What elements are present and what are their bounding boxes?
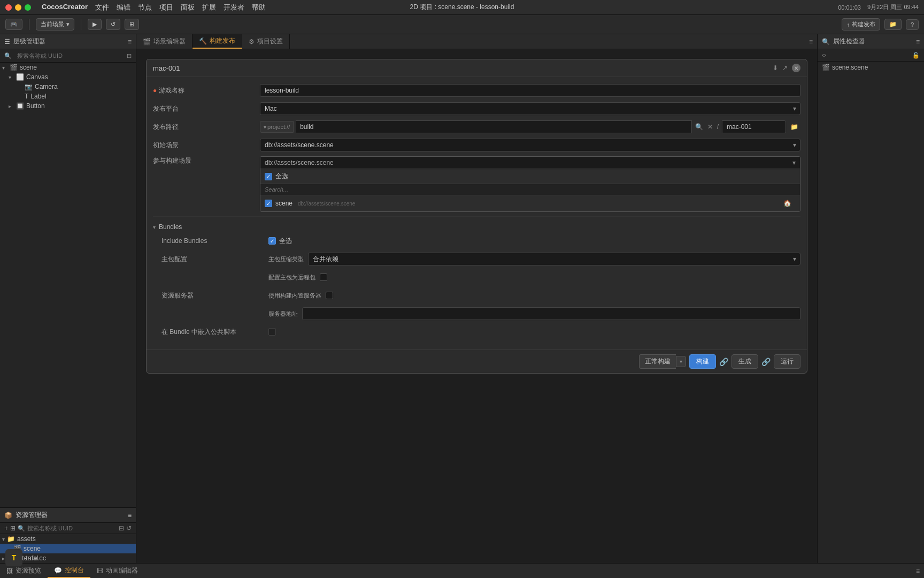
- publish-btn[interactable]: ↑ 构建发布: [842, 18, 880, 31]
- add-asset-icon[interactable]: +: [4, 524, 8, 532]
- menu-item-project[interactable]: 项目: [159, 3, 173, 12]
- properties-menu[interactable]: ≡: [916, 38, 920, 45]
- maximize-btn[interactable]: [25, 4, 31, 11]
- scene-item-name: scene: [275, 200, 292, 207]
- props-scene-item[interactable]: 🎬 scene.scene: [818, 62, 924, 73]
- close-btn[interactable]: [5, 4, 12, 11]
- assets-refresh-icon[interactable]: ↺: [126, 524, 132, 532]
- run-btn[interactable]: 运行: [774, 354, 800, 369]
- reload-btn[interactable]: ↺: [106, 19, 120, 30]
- bottom-panel: 🖼 资源预览 💬 控制台 🎞 动画编辑器 ≡ 清空 🔍 正则 Log Info: [0, 563, 924, 578]
- help-btn[interactable]: ?: [906, 19, 919, 30]
- build-link-icon[interactable]: 🔗: [719, 358, 728, 366]
- scene-dropdown-header[interactable]: db://assets/scene.scene ▾: [260, 157, 800, 169]
- minimize-btn[interactable]: [15, 4, 21, 11]
- menu-item-help[interactable]: 帮助: [252, 3, 266, 12]
- label-icon: T: [25, 93, 28, 100]
- platform-select[interactable]: Mac: [260, 102, 800, 115]
- menu-item-developer[interactable]: 开发者: [224, 3, 244, 12]
- menu-item-extend[interactable]: 扩展: [202, 3, 216, 12]
- canvas-icon: ⬜: [16, 73, 24, 81]
- build-scenes-control: db://assets/scene.scene ▾ ✓ 全选: [260, 156, 800, 212]
- tab-build[interactable]: 🔨 构建发布: [192, 34, 242, 49]
- bundles-section-label: Bundles: [159, 223, 182, 231]
- server-address-input[interactable]: [302, 307, 800, 320]
- scene-select-btn[interactable]: 当前场景 ▾: [36, 18, 74, 31]
- tree-item-label[interactable]: ▸ T Label: [0, 92, 136, 101]
- path-clear-icon[interactable]: ✕: [706, 121, 714, 133]
- hierarchy-menu-icon[interactable]: ≡: [128, 38, 132, 45]
- bottom-tab-console[interactable]: 💬 控制台: [48, 564, 90, 578]
- import-icon[interactable]: ⬇: [773, 64, 778, 72]
- play-btn[interactable]: ▶: [88, 19, 102, 30]
- props-forward-icon[interactable]: ›: [824, 51, 826, 59]
- game-name-input[interactable]: [260, 84, 800, 97]
- pause-btn[interactable]: ⊞: [125, 19, 139, 30]
- build-mode-arrow[interactable]: ▾: [676, 356, 686, 367]
- assets-panel-menu[interactable]: ≡: [128, 512, 132, 519]
- export-icon[interactable]: ↗: [782, 64, 788, 72]
- form-row-include-bundles: Include Bundles ✓ 全选: [161, 234, 800, 248]
- folder-btn[interactable]: 📁: [884, 19, 902, 30]
- bottom-tab-animation[interactable]: 🎞 动画编辑器: [90, 564, 144, 578]
- settings-tab-icon: ⚙: [249, 38, 255, 45]
- expand-arrow-canvas: ▾: [9, 74, 16, 80]
- scene-item-home-icon[interactable]: 🏠: [779, 197, 796, 209]
- hierarchy-title: 层级管理器: [13, 37, 125, 46]
- build-dialog: mac-001 ⬇ ↗ ✕ ● 游戏名称: [146, 59, 807, 374]
- tree-item-camera[interactable]: ▸ 📷 Camera: [0, 82, 136, 92]
- scene-dropdown: db://assets/scene.scene ▾ ✓ 全选: [260, 156, 800, 212]
- menu-item-file[interactable]: 文件: [95, 3, 109, 12]
- bundles-section-header[interactable]: ▾ Bundles: [153, 220, 800, 234]
- path-folder-btn[interactable]: 📁: [788, 122, 800, 132]
- select-all-checkbox[interactable]: ✓: [265, 173, 272, 180]
- hierarchy-search-input[interactable]: [14, 51, 125, 60]
- titlebar: CocosCreator 文件 编辑 节点 项目 面板 扩展 开发者 帮助 2D…: [0, 0, 924, 15]
- bottom-panel-menu[interactable]: ≡: [912, 567, 924, 575]
- server-address-control: 服务器地址: [268, 307, 800, 320]
- build-btn[interactable]: 构建: [689, 354, 716, 369]
- generate-link-icon[interactable]: 🔗: [761, 358, 771, 366]
- menu-item-node[interactable]: 节点: [138, 3, 152, 12]
- cocos-icon-btn[interactable]: 🎮: [5, 19, 22, 30]
- res-item-assets[interactable]: ▾ 📁 assets: [0, 534, 136, 544]
- embed-script-checkbox[interactable]: [268, 328, 276, 336]
- resource-server-control: 使用构建内置服务器: [268, 292, 800, 300]
- assets-search-input[interactable]: [27, 525, 117, 531]
- remote-pkg-checkbox[interactable]: [320, 273, 327, 281]
- properties-title: 属性检查器: [833, 37, 913, 46]
- publish-label: 构建发布: [852, 20, 875, 28]
- path-folder-input[interactable]: [296, 120, 691, 133]
- assets-list-icon[interactable]: ⊟: [119, 524, 124, 532]
- scene-select-all-row[interactable]: ✓ 全选: [260, 169, 800, 184]
- scene-item-checkbox[interactable]: ✓: [265, 200, 272, 207]
- use-builtin-checkbox[interactable]: [326, 292, 333, 299]
- form-row-build-scenes: 参与构建场景 db://assets/scene.scene ▾: [153, 156, 800, 212]
- include-bundles-checkbox-row[interactable]: ✓ 全选: [268, 235, 800, 247]
- menu-item-edit[interactable]: 编辑: [117, 3, 130, 12]
- app-name[interactable]: CocosCreator: [42, 3, 88, 12]
- tree-item-button[interactable]: ▸ 🔲 Button: [0, 101, 136, 111]
- center-panel-menu[interactable]: ≡: [805, 38, 817, 45]
- tab-scene-editor[interactable]: 🎬 场景编辑器: [136, 34, 192, 49]
- build-mode-label[interactable]: 正常构建: [639, 354, 676, 369]
- scene-item-row[interactable]: ✓ scene db://assets/scene.scene 🏠: [260, 195, 800, 211]
- menu-item-panel[interactable]: 面板: [181, 3, 195, 12]
- dialog-footer: 正常构建 ▾ 构建 🔗 生成 🔗 运行: [147, 349, 807, 373]
- compress-select[interactable]: 合并依赖: [308, 253, 800, 265]
- generate-btn[interactable]: 生成: [732, 354, 758, 369]
- props-unlock-icon[interactable]: 🔓: [912, 52, 920, 59]
- tab-project-settings[interactable]: ⚙ 项目设置: [242, 34, 290, 49]
- path-suffix-input[interactable]: [722, 120, 786, 133]
- initial-scene-select[interactable]: db://assets/scene.scene: [260, 139, 800, 151]
- include-bundles-checkbox[interactable]: ✓: [268, 237, 276, 245]
- assets-layout-icon[interactable]: ⊞: [10, 524, 16, 532]
- dialog-close-btn[interactable]: ✕: [792, 64, 800, 72]
- form-row-embed-script: 在 Bundle 中嵌入公共脚本: [161, 325, 800, 339]
- expand-arrow-internal: ▸: [2, 556, 5, 561]
- tree-item-canvas[interactable]: ▾ ⬜ Canvas: [0, 72, 136, 82]
- scene-editor-icon: 🎬: [143, 38, 151, 45]
- hierarchy-sort-icon[interactable]: ⊟: [127, 52, 132, 59]
- tree-item-scene[interactable]: ▾ 🎬 scene: [0, 63, 136, 72]
- scene-search-input[interactable]: [260, 184, 800, 195]
